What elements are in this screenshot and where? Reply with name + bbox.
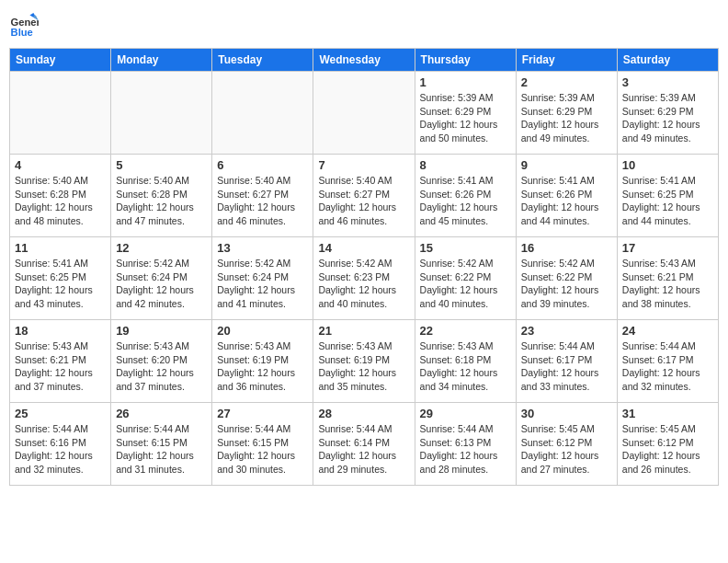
day-number: 17 [622, 241, 713, 255]
day-number: 11 [15, 241, 106, 255]
day-info: Sunrise: 5:44 AM Sunset: 6:13 PM Dayligh… [420, 422, 511, 477]
day-number: 30 [521, 407, 612, 420]
day-info: Sunrise: 5:41 AM Sunset: 6:25 PM Dayligh… [15, 257, 106, 311]
day-info: Sunrise: 5:41 AM Sunset: 6:26 PM Dayligh… [420, 174, 511, 228]
svg-text:Blue: Blue [11, 27, 33, 38]
day-cell: 25Sunrise: 5:44 AM Sunset: 6:16 PM Dayli… [10, 403, 111, 486]
day-info: Sunrise: 5:44 AM Sunset: 6:17 PM Dayligh… [521, 339, 612, 394]
day-cell: 29Sunrise: 5:44 AM Sunset: 6:13 PM Dayli… [415, 403, 516, 486]
day-cell [10, 72, 111, 155]
day-cell: 15Sunrise: 5:42 AM Sunset: 6:22 PM Dayli… [415, 237, 516, 320]
day-number: 26 [116, 407, 207, 420]
day-cell: 3Sunrise: 5:39 AM Sunset: 6:29 PM Daylig… [617, 72, 718, 155]
week-row-2: 4Sunrise: 5:40 AM Sunset: 6:28 PM Daylig… [10, 155, 719, 237]
day-cell: 10Sunrise: 5:41 AM Sunset: 6:25 PM Dayli… [617, 155, 718, 237]
day-info: Sunrise: 5:41 AM Sunset: 6:25 PM Dayligh… [622, 174, 713, 228]
day-cell [111, 72, 212, 155]
weekday-header-friday: Friday [516, 49, 617, 72]
day-info: Sunrise: 5:39 AM Sunset: 6:29 PM Dayligh… [420, 91, 511, 145]
day-number: 20 [217, 324, 308, 338]
day-cell: 5Sunrise: 5:40 AM Sunset: 6:28 PM Daylig… [111, 155, 212, 237]
day-cell: 28Sunrise: 5:44 AM Sunset: 6:14 PM Dayli… [313, 403, 415, 486]
day-number: 22 [420, 324, 511, 338]
day-cell: 31Sunrise: 5:45 AM Sunset: 6:12 PM Dayli… [617, 403, 718, 486]
day-cell: 26Sunrise: 5:44 AM Sunset: 6:15 PM Dayli… [111, 403, 212, 486]
day-info: Sunrise: 5:43 AM Sunset: 6:20 PM Dayligh… [116, 339, 207, 394]
day-number: 31 [622, 407, 713, 420]
day-cell: 11Sunrise: 5:41 AM Sunset: 6:25 PM Dayli… [10, 237, 111, 320]
day-number: 23 [521, 324, 612, 338]
day-cell: 19Sunrise: 5:43 AM Sunset: 6:20 PM Dayli… [111, 320, 212, 403]
day-cell [212, 72, 313, 155]
day-info: Sunrise: 5:43 AM Sunset: 6:18 PM Dayligh… [420, 339, 511, 394]
day-info: Sunrise: 5:44 AM Sunset: 6:15 PM Dayligh… [217, 422, 308, 477]
day-number: 27 [217, 407, 308, 420]
day-info: Sunrise: 5:42 AM Sunset: 6:22 PM Dayligh… [420, 257, 511, 311]
day-number: 15 [420, 241, 511, 255]
day-number: 18 [15, 324, 106, 338]
day-cell: 16Sunrise: 5:42 AM Sunset: 6:22 PM Dayli… [516, 237, 617, 320]
day-number: 16 [521, 241, 612, 255]
day-info: Sunrise: 5:43 AM Sunset: 6:21 PM Dayligh… [15, 339, 106, 394]
day-cell: 24Sunrise: 5:44 AM Sunset: 6:17 PM Dayli… [617, 320, 718, 403]
week-row-4: 18Sunrise: 5:43 AM Sunset: 6:21 PM Dayli… [10, 320, 719, 403]
logo-icon: General Blue [9, 9, 39, 39]
day-cell: 21Sunrise: 5:43 AM Sunset: 6:19 PM Dayli… [313, 320, 415, 403]
weekday-header-wednesday: Wednesday [313, 49, 415, 72]
day-number: 8 [420, 158, 511, 172]
day-cell: 20Sunrise: 5:43 AM Sunset: 6:19 PM Dayli… [212, 320, 313, 403]
day-cell: 18Sunrise: 5:43 AM Sunset: 6:21 PM Dayli… [10, 320, 111, 403]
day-number: 7 [318, 158, 409, 172]
day-cell: 14Sunrise: 5:42 AM Sunset: 6:23 PM Dayli… [313, 237, 415, 320]
day-number: 6 [217, 158, 308, 172]
day-cell: 30Sunrise: 5:45 AM Sunset: 6:12 PM Dayli… [516, 403, 617, 486]
day-cell: 22Sunrise: 5:43 AM Sunset: 6:18 PM Dayli… [415, 320, 516, 403]
day-number: 25 [15, 407, 106, 420]
day-info: Sunrise: 5:39 AM Sunset: 6:29 PM Dayligh… [521, 91, 612, 145]
day-number: 13 [217, 241, 308, 255]
day-cell: 27Sunrise: 5:44 AM Sunset: 6:15 PM Dayli… [212, 403, 313, 486]
day-info: Sunrise: 5:44 AM Sunset: 6:14 PM Dayligh… [318, 422, 409, 477]
week-row-3: 11Sunrise: 5:41 AM Sunset: 6:25 PM Dayli… [10, 237, 719, 320]
day-info: Sunrise: 5:40 AM Sunset: 6:28 PM Dayligh… [116, 174, 207, 228]
weekday-header-sunday: Sunday [10, 49, 111, 72]
day-cell: 1Sunrise: 5:39 AM Sunset: 6:29 PM Daylig… [415, 72, 516, 155]
day-cell: 23Sunrise: 5:44 AM Sunset: 6:17 PM Dayli… [516, 320, 617, 403]
weekday-header-saturday: Saturday [617, 49, 718, 72]
day-info: Sunrise: 5:42 AM Sunset: 6:22 PM Dayligh… [521, 257, 612, 311]
day-number: 19 [116, 324, 207, 338]
day-cell: 9Sunrise: 5:41 AM Sunset: 6:26 PM Daylig… [516, 155, 617, 237]
day-info: Sunrise: 5:43 AM Sunset: 6:19 PM Dayligh… [217, 339, 308, 394]
weekday-header-tuesday: Tuesday [212, 49, 313, 72]
day-number: 28 [318, 407, 409, 420]
day-info: Sunrise: 5:41 AM Sunset: 6:26 PM Dayligh… [521, 174, 612, 228]
day-number: 24 [622, 324, 713, 338]
day-number: 10 [622, 158, 713, 172]
day-info: Sunrise: 5:42 AM Sunset: 6:23 PM Dayligh… [318, 257, 409, 311]
day-info: Sunrise: 5:43 AM Sunset: 6:21 PM Dayligh… [622, 257, 713, 311]
day-number: 5 [116, 158, 207, 172]
calendar-header-row: SundayMondayTuesdayWednesdayThursdayFrid… [10, 49, 719, 72]
day-cell: 2Sunrise: 5:39 AM Sunset: 6:29 PM Daylig… [516, 72, 617, 155]
day-number: 12 [116, 241, 207, 255]
day-info: Sunrise: 5:40 AM Sunset: 6:27 PM Dayligh… [318, 174, 409, 228]
weekday-header-thursday: Thursday [415, 49, 516, 72]
day-number: 1 [420, 75, 511, 89]
week-row-1: 1Sunrise: 5:39 AM Sunset: 6:29 PM Daylig… [10, 72, 719, 155]
day-cell: 8Sunrise: 5:41 AM Sunset: 6:26 PM Daylig… [415, 155, 516, 237]
day-cell: 13Sunrise: 5:42 AM Sunset: 6:24 PM Dayli… [212, 237, 313, 320]
day-info: Sunrise: 5:44 AM Sunset: 6:15 PM Dayligh… [116, 422, 207, 477]
day-cell: 4Sunrise: 5:40 AM Sunset: 6:28 PM Daylig… [10, 155, 111, 237]
day-info: Sunrise: 5:43 AM Sunset: 6:19 PM Dayligh… [318, 339, 409, 394]
day-cell [313, 72, 415, 155]
day-cell: 7Sunrise: 5:40 AM Sunset: 6:27 PM Daylig… [313, 155, 415, 237]
logo: General Blue [9, 9, 42, 39]
day-number: 2 [521, 75, 612, 89]
day-info: Sunrise: 5:40 AM Sunset: 6:27 PM Dayligh… [217, 174, 308, 228]
day-info: Sunrise: 5:40 AM Sunset: 6:28 PM Dayligh… [15, 174, 106, 228]
day-cell: 12Sunrise: 5:42 AM Sunset: 6:24 PM Dayli… [111, 237, 212, 320]
week-row-5: 25Sunrise: 5:44 AM Sunset: 6:16 PM Dayli… [10, 403, 719, 486]
day-number: 4 [15, 158, 106, 172]
day-info: Sunrise: 5:45 AM Sunset: 6:12 PM Dayligh… [622, 422, 713, 477]
day-info: Sunrise: 5:44 AM Sunset: 6:16 PM Dayligh… [15, 422, 106, 477]
